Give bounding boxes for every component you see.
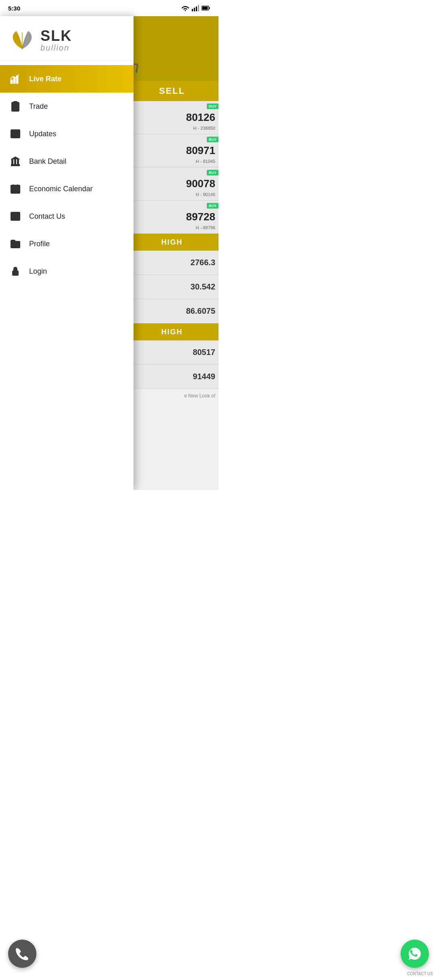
svg-rect-27 bbox=[17, 159, 19, 165]
bg-simple-row-1: 2766.3 bbox=[125, 251, 218, 275]
nav-label-trade: Trade bbox=[29, 102, 48, 111]
logo-container: SLK bullion bbox=[8, 28, 125, 53]
bg-row-1-value: 80126 bbox=[186, 111, 215, 124]
clipboard-icon bbox=[8, 99, 23, 114]
bg-row-4-value: 89728 bbox=[186, 211, 215, 223]
bg-footer-text: e New Look of bbox=[125, 389, 218, 403]
bg-high-bar-1: HIGH bbox=[125, 234, 218, 251]
bg-simple-row-2: 30.542 bbox=[125, 275, 218, 299]
nav-label-updates: Updates bbox=[29, 130, 56, 138]
bg-row-4-sub: H - 89796 bbox=[196, 225, 215, 230]
nav-label-economic-calendar: Economic Calendar bbox=[29, 185, 93, 193]
nav-item-bank-detail[interactable]: Bank Detail bbox=[0, 148, 134, 175]
buy-badge-2: BUY bbox=[207, 137, 218, 142]
svg-rect-0 bbox=[192, 9, 193, 11]
contact-icon bbox=[8, 209, 23, 224]
bg-row-1: 80126 H - 238850 BUY bbox=[125, 101, 218, 134]
app-container: n SELL 80126 H - 238850 BUY 80971 H - 81… bbox=[0, 16, 218, 490]
svg-marker-23 bbox=[11, 156, 20, 159]
bg-row-1-sub: H - 238850 bbox=[193, 126, 215, 131]
drawer-nav: Live Rate Trade bbox=[0, 61, 134, 490]
chart-bar-icon bbox=[8, 72, 23, 86]
simple-value-2: 30.542 bbox=[191, 282, 215, 291]
buy-badge-3: BUY bbox=[207, 170, 218, 175]
calendar-chart-icon bbox=[8, 182, 23, 196]
high-label-2: HIGH bbox=[161, 328, 183, 336]
bg-row-3-sub: H - 90146 bbox=[196, 192, 215, 197]
bank-icon bbox=[8, 154, 23, 169]
bg-row-3: 90078 H - 90146 BUY bbox=[125, 167, 218, 201]
signal-icon bbox=[192, 5, 199, 11]
svg-rect-3 bbox=[198, 5, 199, 11]
bg-sell-bar: SELL bbox=[125, 81, 218, 101]
nav-item-trade[interactable]: Trade bbox=[0, 93, 134, 120]
nav-item-profile[interactable]: Profile bbox=[0, 230, 134, 258]
nav-label-bank-detail: Bank Detail bbox=[29, 157, 66, 166]
bg-row-3-value: 90078 bbox=[186, 177, 215, 190]
status-time: 5:30 bbox=[8, 5, 20, 12]
simple-value-4: 80517 bbox=[193, 348, 215, 357]
svg-rect-33 bbox=[15, 189, 16, 192]
bg-app: n SELL 80126 H - 238850 BUY 80971 H - 81… bbox=[125, 16, 218, 490]
status-icons bbox=[181, 5, 210, 11]
logo-bullion: bullion bbox=[40, 43, 72, 53]
bg-simple-row-3: 86.6075 bbox=[125, 299, 218, 323]
buy-badge-1: BUY bbox=[207, 103, 218, 109]
svg-rect-32 bbox=[13, 190, 14, 192]
folder-icon bbox=[8, 237, 23, 251]
simple-value-1: 2766.3 bbox=[191, 258, 215, 267]
drawer: SLK bullion Live Rate bbox=[0, 16, 134, 490]
svg-rect-1 bbox=[194, 8, 195, 11]
bg-row-2-sub: H - 81045 bbox=[196, 159, 215, 164]
nav-item-economic-calendar[interactable]: Economic Calendar bbox=[0, 175, 134, 203]
high-label-1: HIGH bbox=[161, 238, 183, 247]
battery-icon bbox=[202, 6, 210, 11]
svg-rect-9 bbox=[13, 77, 15, 84]
bg-row-2: 80971 H - 81045 BUY bbox=[125, 134, 218, 167]
svg-rect-5 bbox=[209, 7, 210, 9]
sell-label: SELL bbox=[159, 86, 185, 96]
nav-item-contact-us[interactable]: Contact Us bbox=[0, 203, 134, 230]
svg-rect-8 bbox=[11, 80, 13, 84]
bg-header: n bbox=[125, 16, 218, 81]
buy-badge-4: BUY bbox=[207, 203, 218, 209]
logo-text: SLK bullion bbox=[40, 29, 72, 53]
slk-logo-icon bbox=[8, 28, 36, 53]
svg-rect-25 bbox=[12, 159, 13, 165]
svg-rect-12 bbox=[14, 101, 17, 103]
newspaper-icon bbox=[8, 127, 23, 141]
nav-label-contact-us: Contact Us bbox=[29, 212, 65, 221]
svg-rect-34 bbox=[17, 189, 18, 192]
drawer-logo: SLK bullion bbox=[0, 16, 134, 61]
svg-rect-6 bbox=[202, 7, 208, 10]
simple-value-3: 86.6075 bbox=[186, 306, 215, 316]
bg-simple-row-5: 91449 bbox=[125, 365, 218, 389]
nav-item-live-rate[interactable]: Live Rate bbox=[0, 65, 134, 93]
svg-rect-26 bbox=[15, 159, 16, 165]
simple-value-5: 91449 bbox=[193, 372, 215, 381]
nav-item-updates[interactable]: Updates bbox=[0, 120, 134, 148]
status-bar: 5:30 bbox=[0, 0, 218, 16]
svg-point-38 bbox=[15, 272, 16, 274]
nav-label-login: Login bbox=[29, 267, 47, 276]
logo-slk: SLK bbox=[40, 29, 72, 43]
svg-point-36 bbox=[14, 214, 17, 217]
nav-label-profile: Profile bbox=[29, 240, 50, 248]
nav-item-login[interactable]: Login bbox=[0, 258, 134, 285]
bg-row-2-value: 80971 bbox=[186, 144, 215, 157]
wifi-icon bbox=[181, 5, 189, 11]
nav-label-live-rate: Live Rate bbox=[29, 75, 62, 83]
bg-row-4: 89728 H - 89796 BUY bbox=[125, 201, 218, 234]
bg-high-bar-2: HIGH bbox=[125, 323, 218, 340]
bg-simple-row-4: 80517 bbox=[125, 340, 218, 365]
lock-person-icon bbox=[8, 264, 23, 279]
svg-rect-2 bbox=[196, 6, 197, 11]
svg-rect-17 bbox=[12, 131, 16, 134]
